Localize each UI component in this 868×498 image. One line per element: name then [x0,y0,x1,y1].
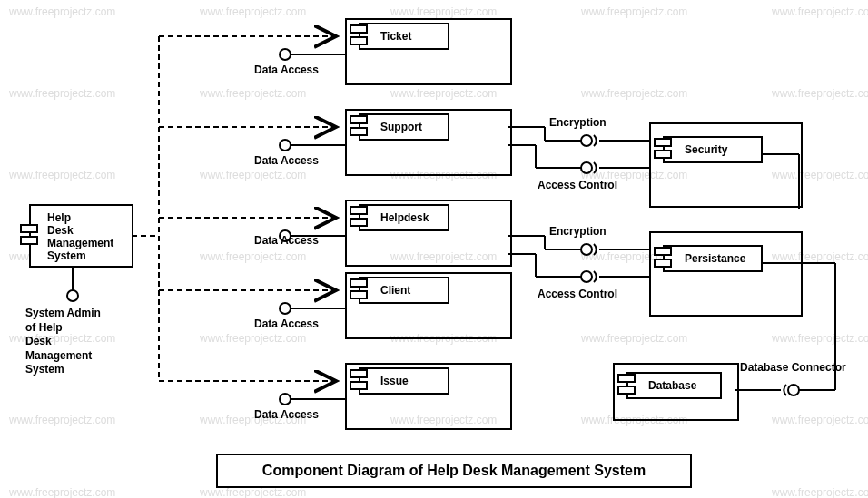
main-line-1: Desk [47,224,74,237]
svg-point-1 [67,290,78,301]
watermark: www.freeprojectz.com [200,332,306,345]
data-access-issue: Data Access [254,408,319,421]
watermark: www.freeprojectz.com [581,5,687,18]
main-line-2: Management [47,237,113,249]
component-helpdesk: Helpdesk [359,204,449,231]
encryption-persistance-label: Encryption [549,225,607,238]
watermark: www.freeprojectz.com [772,414,868,426]
svg-point-3 [280,49,291,60]
encryption-security-label: Encryption [549,116,607,129]
watermark: www.freeprojectz.com [772,486,868,498]
data-access-support: Data Access [254,154,319,167]
svg-point-20 [581,162,592,173]
component-ticket: Ticket [359,23,449,50]
svg-point-9 [280,303,291,314]
watermark: www.freeprojectz.com [200,87,306,100]
main-line-3: System [47,249,86,262]
watermark: www.freeprojectz.com [390,87,497,100]
component-security: Security [663,136,763,163]
data-access-ticket: Data Access [254,63,319,76]
component-persistance: Persistance [663,245,763,272]
svg-point-11 [280,394,291,405]
component-help-desk-management-system: Help Desk Management System [29,204,133,268]
data-access-helpdesk: Data Access [254,234,319,247]
watermark: www.freeprojectz.com [9,486,115,498]
component-support: Support [359,113,449,141]
component-client: Client [359,277,449,304]
svg-point-15 [581,135,592,146]
svg-point-25 [581,244,592,255]
component-database: Database [626,372,722,399]
main-line-0: Help [47,211,71,224]
svg-point-37 [788,385,799,395]
svg-point-30 [581,271,592,282]
svg-point-5 [280,140,291,151]
watermark: www.freeprojectz.com [200,169,306,181]
data-access-client: Data Access [254,317,319,330]
watermark: www.freeprojectz.com [200,5,306,18]
watermark: www.freeprojectz.com [772,332,868,345]
access-control-security-label: Access Control [538,179,617,191]
component-issue: Issue [359,367,449,395]
watermark: www.freeprojectz.com [200,250,306,263]
watermark: www.freeprojectz.com [390,5,497,18]
system-admin-label: System Admin of Help Desk Management Sys… [25,307,101,377]
database-connector-label: Database Connector [740,361,846,374]
watermark: www.freeprojectz.com [9,414,115,426]
watermark: www.freeprojectz.com [772,87,868,100]
access-control-persistance-label: Access Control [538,288,617,300]
watermark: www.freeprojectz.com [9,169,115,181]
diagram-title: Component Diagram of Help Desk Managemen… [216,454,692,488]
watermark: www.freeprojectz.com [772,5,868,18]
watermark: www.freeprojectz.com [9,87,115,100]
watermark: www.freeprojectz.com [9,5,115,18]
watermark: www.freeprojectz.com [581,87,687,100]
watermark: www.freeprojectz.com [581,332,687,345]
